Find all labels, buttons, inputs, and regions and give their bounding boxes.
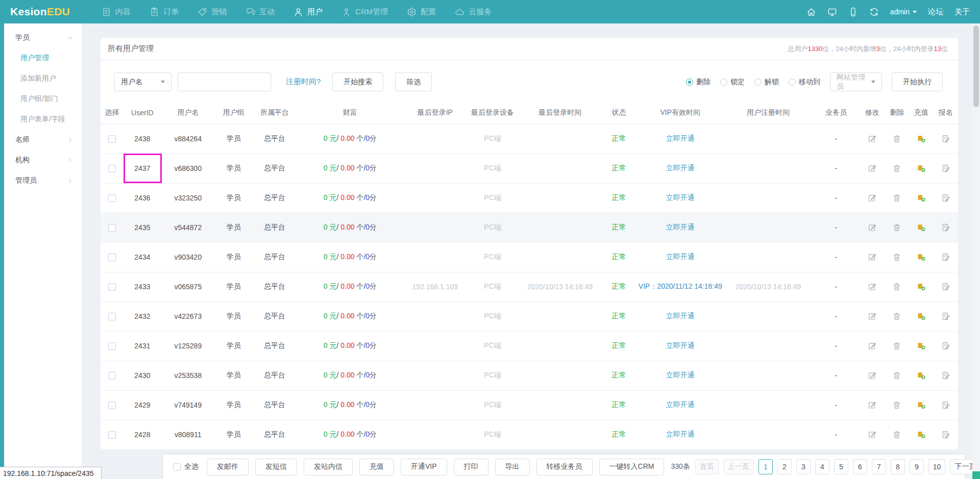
trash-icon[interactable] [892,312,901,321]
refresh-icon[interactable] [869,7,879,17]
page-button-3[interactable]: 3 [796,459,811,474]
recharge-icon[interactable] [917,134,926,143]
recharge-icon[interactable] [917,312,926,321]
recharge-icon[interactable] [917,282,926,291]
recharge-icon[interactable] [917,341,926,350]
user-row[interactable]: 2429v749149学员总平台0 元/ 0.00 个/0分PC端正常立即开通- [101,390,958,420]
transfer-salesman-button[interactable]: 转移业务员 [536,459,593,475]
scrollbar[interactable] [972,23,980,479]
open-vip-link[interactable]: 立即开通 [666,371,695,379]
mobile-icon[interactable] [848,7,858,17]
recharge-icon[interactable] [917,371,926,380]
signup-icon[interactable] [941,164,950,173]
nav-item-cloud[interactable]: 云服务 [455,7,492,17]
recharge-icon[interactable] [917,164,926,173]
open-vip-link[interactable]: 立即开通 [666,223,695,231]
about-link[interactable]: 关于 [954,7,970,17]
user-row[interactable]: 2433v065875学员总平台0 元/ 0.00 个/0分192.168.1.… [101,272,958,301]
row-checkbox[interactable] [108,165,116,172]
open-vip-link[interactable]: 立即开通 [666,400,695,409]
edit-icon[interactable] [868,341,877,350]
nav-item-marketing[interactable]: 营销 [198,7,227,17]
user-row[interactable]: 2435v544872学员总平台0 元/ 0.00 个/0分PC端正常立即开通- [101,213,958,242]
scrollbar-thumb[interactable] [973,26,979,107]
row-checkbox[interactable] [108,313,116,320]
recharge-icon[interactable] [917,193,926,203]
sidebar-item-user-fields[interactable]: 用户表单/字段 [0,109,82,130]
send-sms-button[interactable]: 发短信 [255,459,297,475]
trash-icon[interactable] [892,164,901,173]
sidebar-group-admins[interactable]: 管理员 [0,170,82,191]
trash-icon[interactable] [892,134,901,143]
user-row[interactable]: 2431v125289学员总平台0 元/ 0.00 个/0分PC端正常立即开通- [101,331,958,361]
trash-icon[interactable] [892,193,901,203]
signup-icon[interactable] [941,430,950,439]
execute-button[interactable]: 开始执行 [892,72,943,91]
forum-link[interactable]: 论坛 [928,7,943,17]
edit-icon[interactable] [868,430,877,439]
send-site-message-button[interactable]: 发站内信 [304,459,353,475]
page-button-7[interactable]: 7 [872,459,886,474]
user-row[interactable]: 2428v808911学员总平台0 元/ 0.00 个/0分PC端正常立即开通- [101,420,958,449]
sidebar-item-user-management[interactable]: 用户管理 [0,48,82,68]
recharge-icon[interactable] [917,223,926,232]
row-checkbox[interactable] [108,224,116,232]
sidebar-group-teachers[interactable]: 名师 [0,130,82,150]
select-all-checkbox[interactable] [173,463,181,471]
nav-item-users[interactable]: 用户 [293,7,323,17]
row-checkbox[interactable] [108,135,116,143]
open-vip-link[interactable]: 立即开通 [666,341,695,349]
page-button-10[interactable]: 10 [928,459,946,474]
open-vip-link[interactable]: 立即开通 [666,193,695,201]
row-checkbox[interactable] [108,194,116,202]
sidebar-item-add-user[interactable]: 添加新用户 [0,68,82,89]
row-checkbox[interactable] [108,372,116,380]
signup-icon[interactable] [941,223,950,232]
user-row[interactable]: 2438v884264学员总平台0 元/ 0.00 个/0分PC端正常立即开通- [101,124,958,154]
register-time-link[interactable]: 注册时间? [286,77,321,87]
bulk-radio-move[interactable]: 移动到 [789,78,820,87]
trash-icon[interactable] [892,371,901,380]
row-checkbox[interactable] [108,254,116,261]
edit-icon[interactable] [868,282,877,291]
trash-icon[interactable] [892,430,901,439]
nav-item-crm[interactable]: CRM管理 [341,7,388,17]
row-checkbox[interactable] [108,431,116,439]
print-button[interactable]: 打印 [454,459,488,475]
open-vip-link[interactable]: 立即开通 [666,134,695,142]
home-icon[interactable] [806,7,816,17]
signup-icon[interactable] [941,193,950,203]
signup-icon[interactable] [941,134,950,143]
monitor-icon[interactable] [827,7,837,17]
trash-icon[interactable] [892,341,901,350]
user-row[interactable]: 2430v253538学员总平台0 元/ 0.00 个/0分PC端正常立即开通- [101,361,958,390]
row-checkbox[interactable] [108,283,116,291]
edit-icon[interactable] [868,400,877,410]
bulk-radio-unlock[interactable]: 解锁 [754,78,779,87]
page-button-8[interactable]: 8 [891,459,905,474]
open-vip-link[interactable]: 立即开通 [666,312,695,320]
sidebar-group-students[interactable]: 学员 [0,28,82,48]
recharge-button[interactable]: 充值 [359,459,394,475]
row-checkbox[interactable] [108,342,116,350]
admin-menu[interactable]: admin [890,8,917,16]
page-button-4[interactable]: 4 [815,459,829,474]
signup-icon[interactable] [941,282,950,291]
open-vip-link[interactable]: 立即开通 [666,430,695,438]
nav-item-interaction[interactable]: 互动 [246,7,275,17]
page-button-5[interactable]: 5 [834,459,848,474]
trash-icon[interactable] [892,253,901,262]
edit-icon[interactable] [868,253,877,262]
recharge-icon[interactable] [917,253,926,262]
sidebar-group-institutions[interactable]: 机构 [0,150,82,170]
prev-page-button[interactable]: 上一页 [723,459,754,474]
send-email-button[interactable]: 发邮件 [207,459,249,475]
page-button-2[interactable]: 2 [777,459,792,474]
user-row[interactable]: 2434v903420学员总平台0 元/ 0.00 个/0分PC端正常立即开通- [101,242,958,272]
bulk-radio-delete[interactable]: 删除 [686,78,710,87]
row-checkbox[interactable] [108,401,116,409]
scrollbar-bottom-button[interactable] [972,471,980,479]
user-row[interactable]: 2432v422673学员总平台0 元/ 0.00 个/0分PC端正常立即开通- [101,301,958,331]
signup-icon[interactable] [941,400,950,410]
signup-icon[interactable] [941,371,950,380]
